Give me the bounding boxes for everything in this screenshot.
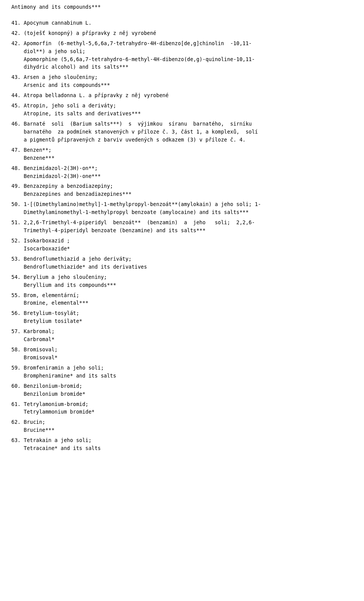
entry-text: 44. Atropa belladonna L. a přípravky z n… (11, 91, 353, 99)
entry-text: 60. Benzilonium-bromid; Benzilonium brom… (11, 382, 353, 398)
entry-text: 63. Tetrakain a jeho soli; Tetracaine* a… (11, 436, 353, 452)
entry-text: 48. Benzimidazol-2(3H)-on**; Benzimidazo… (11, 164, 353, 180)
list-item: 61. Tetrylamonium-bromid; Tetrylammonium… (11, 400, 353, 416)
list-item: 51. 2,2,6-Trimethyl-4-piperidyl benzoát*… (11, 219, 353, 234)
entry-text: 57. Karbromal; Carbromal* (11, 327, 353, 343)
entry-text: 47. Benzen**; Benzene*** (11, 146, 353, 162)
list-item: 58. Bromisoval; Bromisoval* (11, 346, 353, 362)
list-item: 60. Benzilonium-bromid; Benzilonium brom… (11, 382, 353, 398)
list-item: 46. Barnaté soli (Barium salts***) s výj… (11, 120, 353, 144)
entry-text: 43. Arsen a jeho sloučeniny; Arsenic and… (11, 73, 353, 89)
list-item: 42. Apomorfin (6-methyl-5,6,6a,7-tetrahy… (11, 39, 353, 71)
list-item: 62. Brucin; Brucine*** (11, 418, 353, 434)
list-item: 45. Atropin, jeho soli a deriváty; Atrop… (11, 102, 353, 118)
entry-text: 49. Benzazepiny a benzodiazepiny; Benzaz… (11, 182, 353, 198)
list-item: 53. Bendroflumethiazid a jeho deriváty; … (11, 255, 353, 271)
entry-text: 59. Bromfeniramin a jeho soli; Brompheni… (11, 364, 353, 380)
entry-text: 52. Isokarboxazid ; Isocarboxazide* (11, 237, 353, 253)
entry-text: 55. Brom, elementární; Bromine, elementa… (11, 291, 353, 307)
entry-text: 50. 1-[(Dimethylamino)methyl]-1-methylpr… (11, 200, 353, 216)
entry-text: 56. Bretylium-tosylát; Bretylium tosilat… (11, 309, 353, 325)
entry-text: 54. Berylium a jeho sloučeniny; Berylliu… (11, 273, 353, 289)
list-item: 54. Berylium a jeho sloučeniny; Berylliu… (11, 273, 353, 289)
list-item: 50. 1-[(Dimethylamino)methyl]-1-methylpr… (11, 200, 353, 216)
list-item: 47. Benzen**; Benzene*** (11, 146, 353, 162)
list-item: 49. Benzazepiny a benzodiazepiny; Benzaz… (11, 182, 353, 198)
list-item: 44. Atropa belladonna L. a přípravky z n… (11, 91, 353, 99)
list-item: 57. Karbromal; Carbromal* (11, 327, 353, 343)
entry-text: 42. Apomorfin (6-methyl-5,6,6a,7-tetrahy… (11, 39, 353, 71)
entry-text: 51. 2,2,6-Trimethyl-4-piperidyl benzoát*… (11, 219, 353, 234)
entry-text: 58. Bromisoval; Bromisoval* (11, 346, 353, 362)
list-item: 55. Brom, elementární; Bromine, elementa… (11, 291, 353, 307)
entry-text: 46. Barnaté soli (Barium salts***) s výj… (11, 120, 353, 144)
list-item: 63. Tetrakain a jeho soli; Tetracaine* a… (11, 436, 353, 452)
list-item: 56. Bretylium-tosylát; Bretylium tosilat… (11, 309, 353, 325)
main-content: Antimony and its compounds*** 41. Apocyn… (11, 3, 353, 452)
list-item: 42. (toješť konopný) a přípravky z něj v… (11, 29, 353, 37)
entry-text: 42. (toješť konopný) a přípravky z něj v… (11, 29, 353, 37)
entry-text: Antimony and its compounds*** 41. Apocyn… (11, 3, 353, 27)
entry-text: 61. Tetrylamonium-bromid; Tetrylammonium… (11, 400, 353, 416)
list-item: Antimony and its compounds*** 41. Apocyn… (11, 3, 353, 27)
entry-text: 45. Atropin, jeho soli a deriváty; Atrop… (11, 102, 353, 118)
list-item: 48. Benzimidazol-2(3H)-on**; Benzimidazo… (11, 164, 353, 180)
entry-text: 62. Brucin; Brucine*** (11, 418, 353, 434)
list-item: 59. Bromfeniramin a jeho soli; Brompheni… (11, 364, 353, 380)
entry-text: 53. Bendroflumethiazid a jeho deriváty; … (11, 255, 353, 271)
list-item: 43. Arsen a jeho sloučeniny; Arsenic and… (11, 73, 353, 89)
list-item: 52. Isokarboxazid ; Isocarboxazide* (11, 237, 353, 253)
